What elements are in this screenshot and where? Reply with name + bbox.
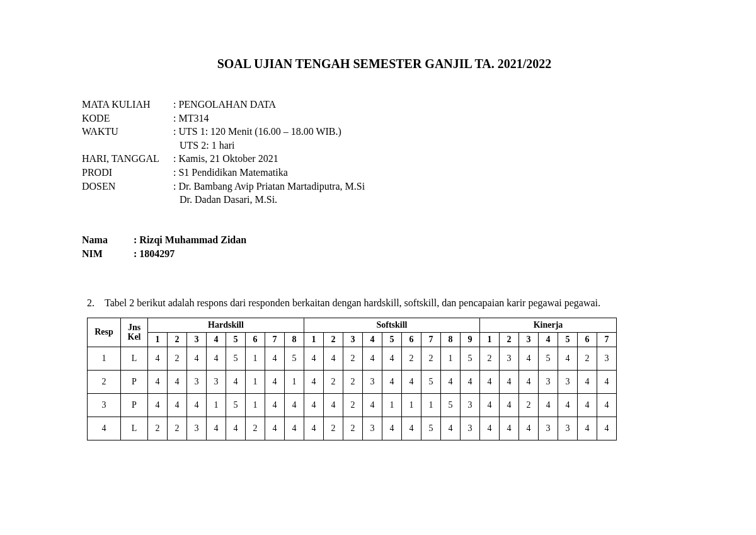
cell-soft: 4 (304, 347, 324, 370)
cell-soft: 4 (324, 347, 343, 370)
cell-soft: 4 (382, 417, 402, 440)
th-soft-2: 2 (324, 332, 343, 347)
cell-soft: 4 (382, 347, 402, 370)
table-row: 4L223442444223445434443344 (88, 417, 617, 440)
label-hari: HARI, TANGGAL (82, 152, 173, 166)
label-dosen: DOSEN (82, 180, 173, 193)
th-kin-3: 3 (519, 332, 539, 347)
cell-kin: 4 (558, 393, 578, 417)
cell-kin: 3 (558, 417, 578, 440)
label-prodi: PRODI (82, 166, 173, 180)
cell-kin: 4 (480, 417, 500, 440)
cell-soft: 4 (461, 370, 480, 393)
cell-kin: 3 (539, 370, 558, 393)
cell-hard: 3 (187, 417, 207, 440)
cell-soft: 2 (343, 347, 363, 370)
cell-hard: 1 (246, 370, 265, 393)
cell-jns-kel: P (121, 370, 148, 393)
label-mata-kuliah: MATA KULIAH (82, 98, 173, 112)
cell-kin: 4 (480, 370, 500, 393)
cell-resp: 3 (88, 393, 121, 417)
cell-hard: 5 (226, 393, 246, 417)
cell-soft: 4 (382, 370, 402, 393)
cell-kin: 4 (597, 370, 617, 393)
cell-kin: 4 (519, 370, 539, 393)
table-row: 3P444151444424111534424444 (88, 393, 617, 417)
cell-hard: 1 (285, 370, 304, 393)
cell-kin: 4 (597, 417, 617, 440)
cell-hard: 1 (246, 393, 265, 417)
th-kin-6: 6 (578, 332, 597, 347)
label-waktu: WAKTU (82, 125, 173, 139)
th-soft-8: 8 (441, 332, 461, 347)
value-prodi: : S1 Pendidikan Matematika (173, 166, 687, 180)
th-hard-3: 3 (187, 332, 207, 347)
value-dosen-2: Dr. Dadan Dasari, M.Si. (173, 193, 687, 207)
question-number: 2. (82, 297, 105, 309)
cell-kin: 4 (500, 417, 519, 440)
cell-kin: 3 (597, 347, 617, 370)
cell-hard: 1 (246, 347, 265, 370)
cell-soft: 3 (363, 417, 382, 440)
cell-resp: 4 (88, 417, 121, 440)
cell-hard: 4 (226, 417, 246, 440)
table-row: 2P443341414223445444443344 (88, 370, 617, 393)
cell-soft: 4 (402, 370, 421, 393)
table-row: 1L424451454424422152345423 (88, 347, 617, 370)
label-kode: KODE (82, 112, 173, 125)
label-nama: Nama (82, 234, 134, 246)
cell-kin: 2 (578, 347, 597, 370)
cell-soft: 2 (421, 347, 441, 370)
cell-soft: 1 (402, 393, 421, 417)
cell-hard: 4 (265, 393, 285, 417)
th-hard-2: 2 (168, 332, 187, 347)
cell-kin: 4 (539, 393, 558, 417)
th-soft-3: 3 (343, 332, 363, 347)
th-kin-2: 2 (500, 332, 519, 347)
cell-hard: 4 (265, 347, 285, 370)
cell-soft: 2 (324, 417, 343, 440)
cell-soft: 5 (421, 370, 441, 393)
cell-hard: 4 (265, 370, 285, 393)
cell-kin: 4 (578, 370, 597, 393)
cell-hard: 4 (168, 393, 187, 417)
cell-kin: 4 (578, 417, 597, 440)
cell-hard: 2 (246, 417, 265, 440)
cell-hard: 4 (148, 370, 168, 393)
cell-jns-kel: P (121, 393, 148, 417)
cell-hard: 4 (187, 393, 207, 417)
th-hard-4: 4 (207, 332, 226, 347)
value-waktu-1: : UTS 1: 120 Menit (16.00 – 18.00 WIB.) (173, 125, 687, 139)
cell-hard: 3 (207, 370, 226, 393)
cell-hard: 4 (285, 393, 304, 417)
cell-resp: 2 (88, 370, 121, 393)
cell-hard: 4 (226, 370, 246, 393)
cell-soft: 3 (461, 393, 480, 417)
cell-kin: 2 (519, 393, 539, 417)
value-kode: : MT314 (173, 112, 687, 125)
cell-hard: 5 (285, 347, 304, 370)
cell-soft: 1 (441, 347, 461, 370)
cell-jns-kel: L (121, 347, 148, 370)
cell-kin: 3 (500, 347, 519, 370)
question-text: Tabel 2 berikut adalah respons dari resp… (105, 297, 687, 309)
th-kin-4: 4 (539, 332, 558, 347)
th-hard-8: 8 (285, 332, 304, 347)
cell-soft: 1 (421, 393, 441, 417)
cell-kin: 5 (539, 347, 558, 370)
cell-resp: 1 (88, 347, 121, 370)
response-table: Resp Jns Kel Hardskill Softskill Kinerja… (87, 318, 617, 440)
th-jns-line1: Jns (128, 323, 140, 332)
cell-soft: 4 (363, 393, 382, 417)
cell-hard: 4 (148, 393, 168, 417)
cell-kin: 4 (500, 370, 519, 393)
cell-kin: 4 (597, 393, 617, 417)
cell-hard: 2 (168, 347, 187, 370)
th-hard-7: 7 (265, 332, 285, 347)
th-resp: Resp (88, 318, 121, 347)
th-jns-line2: Kel (128, 332, 141, 342)
cell-hard: 2 (148, 417, 168, 440)
th-soft-7: 7 (421, 332, 441, 347)
th-kinerja: Kinerja (480, 318, 617, 332)
cell-soft: 4 (441, 370, 461, 393)
